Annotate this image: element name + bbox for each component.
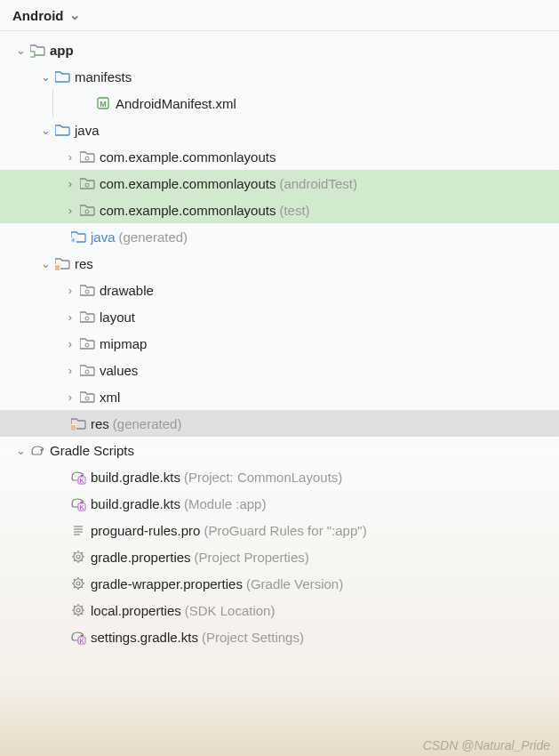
module-folder-icon: [28, 43, 46, 58]
gear-icon: [69, 576, 87, 591]
node-label: com.example.commonlayouts: [100, 149, 276, 165]
node-label: com.example.commonlayouts: [100, 176, 276, 191]
node-label: build.gradle.kts: [91, 496, 180, 511]
node-label: values: [100, 363, 138, 378]
tree-node-manifests[interactable]: ⌄ manifests: [0, 63, 559, 90]
tree-node-manifest-file[interactable]: AndroidManifest.xml: [0, 90, 559, 117]
tree-node-wrapper-properties[interactable]: gradle-wrapper.properties (Gradle Versio…: [0, 570, 559, 597]
package-folder-icon: [78, 283, 96, 298]
node-suffix: (test): [279, 203, 309, 218]
chevron-right-icon[interactable]: ›: [62, 390, 78, 404]
node-label: AndroidManifest.xml: [116, 96, 236, 111]
tree-node-drawable[interactable]: › drawable: [0, 277, 559, 303]
tree-node-java[interactable]: ⌄ java: [0, 117, 559, 143]
package-folder-icon: [78, 176, 96, 191]
tree-node-package-test[interactable]: › com.example.commonlayouts (test): [0, 197, 559, 223]
node-suffix: (generated): [113, 416, 182, 431]
node-label: local.properties: [91, 603, 181, 618]
node-suffix: (Project Settings): [202, 630, 304, 645]
node-suffix: (androidTest): [279, 176, 357, 191]
tree-node-package[interactable]: › com.example.commonlayouts: [0, 143, 559, 170]
text-file-icon: [69, 523, 87, 538]
node-label: java: [75, 123, 100, 138]
node-suffix: (ProGuard Rules for ":app"): [204, 523, 366, 538]
node-label: layout: [100, 310, 135, 325]
node-suffix: (Project Properties): [195, 550, 309, 565]
chevron-down-icon[interactable]: ⌄: [37, 124, 53, 137]
node-label: res: [75, 256, 93, 271]
node-label: gradle.properties: [91, 550, 191, 565]
package-folder-icon: [78, 203, 96, 218]
node-label: com.example.commonlayouts: [100, 203, 276, 218]
chevron-right-icon[interactable]: ›: [62, 284, 78, 297]
chevron-right-icon[interactable]: ›: [62, 364, 78, 377]
chevron-down-icon[interactable]: ⌄: [12, 444, 28, 457]
gear-icon: [69, 550, 87, 565]
node-label: manifests: [75, 69, 132, 84]
node-label: mipmap: [100, 336, 147, 351]
tree-node-gradle-scripts[interactable]: ⌄ Gradle Scripts: [0, 437, 559, 463]
project-view-header[interactable]: Android ⌄: [0, 0, 559, 31]
gear-icon: [69, 603, 87, 618]
chevron-right-icon[interactable]: ›: [62, 150, 78, 164]
chevron-right-icon[interactable]: ›: [62, 204, 78, 217]
tree-node-res[interactable]: ⌄ res: [0, 250, 559, 277]
tree-node-layout[interactable]: › layout: [0, 303, 559, 330]
chevron-right-icon[interactable]: ›: [62, 310, 78, 324]
node-suffix: (SDK Location): [185, 603, 276, 618]
tree-node-xml[interactable]: › xml: [0, 383, 559, 410]
chevron-down-icon[interactable]: ⌄: [12, 44, 28, 57]
package-folder-icon: [78, 390, 96, 405]
header-title: Android: [12, 8, 64, 23]
tree-node-local-properties[interactable]: local.properties (SDK Location): [0, 597, 559, 623]
tree-node-java-generated[interactable]: java (generated): [0, 223, 559, 250]
node-label: xml: [100, 390, 120, 405]
chevron-down-icon: ⌄: [69, 7, 81, 23]
tree-node-mipmap[interactable]: › mipmap: [0, 330, 559, 357]
tree-node-build-gradle-module[interactable]: build.gradle.kts (Module :app): [0, 490, 559, 517]
tree-node-values[interactable]: › values: [0, 357, 559, 383]
folder-icon: [53, 123, 71, 138]
package-folder-icon: [78, 310, 96, 325]
gradle-kts-icon: [69, 629, 87, 645]
tree-node-app[interactable]: ⌄ app: [0, 36, 559, 63]
package-folder-icon: [78, 336, 96, 351]
resource-folder-icon: [53, 256, 71, 271]
tree-node-proguard[interactable]: proguard-rules.pro (ProGuard Rules for "…: [0, 517, 559, 543]
chevron-right-icon[interactable]: ›: [62, 177, 78, 190]
gradle-kts-icon: [69, 495, 87, 511]
package-folder-icon: [78, 363, 96, 378]
node-label: res: [91, 416, 109, 431]
node-label: drawable: [100, 283, 154, 298]
gradle-kts-icon: [69, 469, 87, 485]
node-suffix: (Gradle Version): [246, 576, 343, 591]
chevron-right-icon[interactable]: ›: [62, 337, 78, 350]
node-label: app: [50, 43, 74, 58]
package-folder-icon: [78, 149, 96, 165]
node-label: proguard-rules.pro: [91, 523, 200, 538]
generated-folder-icon: [69, 229, 87, 245]
node-suffix: (Project: CommonLayouts): [184, 470, 342, 485]
node-label: build.gradle.kts: [91, 470, 180, 485]
node-label: settings.gradle.kts: [91, 630, 198, 645]
watermark: CSDN @Natural_Pride: [423, 738, 550, 752]
folder-icon: [53, 69, 71, 84]
chevron-down-icon[interactable]: ⌄: [37, 257, 53, 270]
manifest-file-icon: [94, 96, 112, 111]
tree-guide: [52, 90, 53, 117]
tree-node-gradle-properties[interactable]: gradle.properties (Project Properties): [0, 543, 559, 570]
node-label: gradle-wrapper.properties: [91, 576, 243, 591]
gradle-icon: [28, 443, 46, 458]
node-label: Gradle Scripts: [50, 443, 134, 458]
tree-node-build-gradle-project[interactable]: build.gradle.kts (Project: CommonLayouts…: [0, 463, 559, 490]
resource-folder-icon: [69, 416, 87, 431]
node-label: java: [91, 229, 116, 245]
node-suffix: (generated): [119, 229, 188, 245]
chevron-down-icon[interactable]: ⌄: [37, 70, 53, 84]
tree-node-settings-gradle[interactable]: settings.gradle.kts (Project Settings): [0, 623, 559, 650]
tree-node-res-generated[interactable]: res (generated): [0, 410, 559, 437]
tree-node-package-androidtest[interactable]: › com.example.commonlayouts (androidTest…: [0, 170, 559, 197]
node-suffix: (Module :app): [184, 496, 267, 511]
project-tree: ⌄ app ⌄ manifests AndroidManifest.xml ⌄ …: [0, 31, 559, 650]
